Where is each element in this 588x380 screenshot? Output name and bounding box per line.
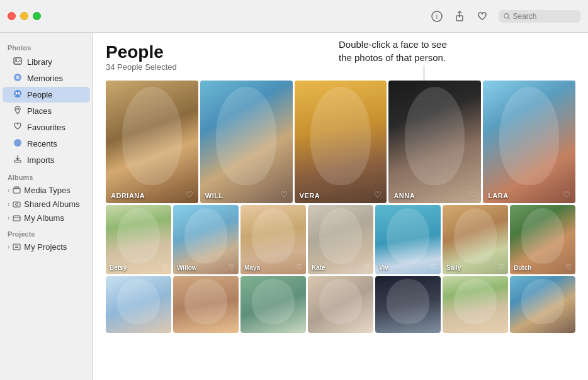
person-card-butch[interactable]: Butch ♡	[510, 205, 575, 274]
imports-icon	[13, 155, 23, 165]
chevron-icon-3: ›	[8, 215, 9, 221]
tiny-photo-grid	[106, 276, 575, 333]
heart-icon-sally: ♡	[498, 263, 504, 271]
large-photo-grid: ADRIANA ♡ WILL ♡ VERA ♡ ANNA ♡ LARA ♡	[106, 81, 575, 203]
close-button[interactable]	[8, 12, 16, 20]
svg-point-12	[17, 108, 19, 110]
chevron-icon: ›	[8, 187, 9, 194]
svg-rect-19	[13, 216, 20, 221]
sidebar-item-memories-label: Memories	[27, 74, 63, 83]
person-card-tiny-b4[interactable]	[308, 276, 373, 333]
person-name-maya: Maya	[244, 264, 260, 271]
heart-icon-anna: ♡	[468, 190, 476, 199]
search-bar[interactable]	[499, 10, 580, 23]
heart-icon-vera: ♡	[374, 190, 382, 199]
heart-icon-will: ♡	[280, 190, 288, 199]
sidebar-item-recents[interactable]: Recents	[3, 136, 90, 152]
heart-icon-willow: ♡	[229, 263, 235, 271]
people-count: 34 People Selected	[106, 62, 575, 72]
sidebar-group-media-types-label: Media Types	[24, 186, 70, 195]
svg-rect-21	[13, 244, 20, 250]
search-input[interactable]	[512, 12, 575, 21]
sidebar-item-imports[interactable]: Imports	[3, 152, 90, 168]
sidebar-group-my-projects[interactable]: › My Projects	[3, 240, 90, 254]
fullscreen-button[interactable]	[33, 12, 41, 20]
person-card-tiny-b7[interactable]	[510, 276, 575, 333]
heart-icon-viv: ♡	[431, 263, 437, 271]
my-albums-icon	[13, 214, 21, 222]
person-name-viv: Viv	[379, 264, 388, 271]
person-name-lara: LARA	[488, 192, 509, 199]
title-bar: i	[0, 0, 588, 33]
person-card-vera[interactable]: VERA ♡	[295, 81, 387, 203]
content-area: Double-click a face to seethe photos of …	[93, 33, 588, 380]
person-card-will[interactable]: WILL ♡	[200, 81, 293, 203]
favourites-icon	[13, 122, 23, 133]
svg-line-4	[508, 18, 509, 19]
memories-icon	[13, 73, 23, 84]
content-header: People 34 People Selected	[106, 43, 575, 72]
person-card-tiny-b3[interactable]	[240, 276, 306, 333]
svg-point-11	[18, 92, 20, 94]
heart-icon-betsy: ♡	[161, 263, 167, 271]
sidebar-item-favourites[interactable]: Favourites	[3, 120, 90, 135]
person-name-will: WILL	[205, 192, 223, 199]
sidebar: Photos Library Memories People Places	[0, 33, 93, 380]
sidebar-group-shared-albums[interactable]: › Shared Albums	[3, 198, 90, 211]
sidebar-item-people[interactable]: People	[3, 87, 90, 103]
sidebar-item-places[interactable]: Places	[3, 103, 90, 119]
person-name-sally: Sally	[446, 264, 461, 271]
person-card-viv[interactable]: Viv ♡	[375, 205, 441, 274]
person-card-tiny-b1[interactable]	[106, 276, 171, 333]
chevron-icon-4: ›	[8, 243, 9, 250]
svg-point-10	[16, 92, 18, 94]
favourite-button[interactable]	[476, 10, 489, 23]
sidebar-projects-label: Projects	[0, 225, 93, 240]
person-card-kate[interactable]: Kate ♡	[308, 205, 373, 274]
recents-icon	[13, 138, 23, 149]
sidebar-albums-label: Albums	[0, 169, 93, 183]
svg-point-6	[15, 59, 16, 60]
person-name-adriana: ADRIANA	[111, 192, 145, 199]
toolbar-right: i	[431, 0, 580, 33]
svg-point-13	[14, 139, 21, 147]
sidebar-item-favourites-label: Favourites	[27, 123, 65, 132]
heart-icon-adriana: ♡	[186, 190, 193, 199]
person-name-kate: Kate	[312, 264, 325, 271]
minimize-button[interactable]	[20, 12, 28, 20]
heart-icon-kate: ♡	[363, 263, 370, 271]
sidebar-group-shared-albums-label: Shared Albums	[24, 199, 79, 209]
person-card-maya[interactable]: Maya ♡	[240, 205, 306, 274]
person-card-adriana[interactable]: ADRIANA ♡	[106, 81, 198, 203]
sidebar-group-my-projects-label: My Projects	[24, 242, 67, 252]
chevron-icon-2: ›	[8, 201, 9, 208]
person-name-betsy: Betsy	[110, 264, 127, 271]
sidebar-group-media-types[interactable]: › Media Types	[3, 184, 90, 197]
sidebar-photos-label: Photos	[0, 39, 93, 53]
person-card-tiny-b6[interactable]	[443, 276, 508, 333]
page-title: People	[106, 43, 575, 62]
svg-point-8	[16, 75, 20, 79]
sidebar-item-places-label: Places	[27, 106, 52, 116]
share-button[interactable]	[453, 10, 466, 23]
my-projects-icon	[13, 243, 21, 251]
person-card-tiny-b2[interactable]	[173, 276, 239, 333]
shared-albums-icon	[13, 200, 21, 208]
person-card-tiny-b5[interactable]	[375, 276, 441, 333]
person-card-lara[interactable]: LARA ♡	[483, 81, 575, 203]
person-card-sally[interactable]: Sally ♡	[443, 205, 508, 274]
person-card-betsy[interactable]: Betsy ♡	[106, 205, 171, 274]
person-card-willow[interactable]: Willow ♡	[173, 205, 239, 274]
sidebar-item-memories[interactable]: Memories	[3, 70, 90, 86]
sidebar-item-library-label: Library	[27, 57, 52, 67]
heart-icon-butch: ♡	[565, 263, 572, 271]
svg-point-3	[504, 14, 509, 18]
sidebar-group-my-albums[interactable]: › My Albums	[3, 211, 90, 225]
sidebar-item-library[interactable]: Library	[3, 54, 90, 70]
sidebar-item-recents-label: Recents	[27, 139, 57, 148]
sidebar-item-imports-label: Imports	[27, 155, 54, 165]
info-button[interactable]: i	[431, 10, 443, 23]
places-icon	[13, 106, 23, 116]
person-card-anna[interactable]: ANNA ♡	[388, 81, 481, 203]
media-types-icon	[13, 186, 21, 194]
